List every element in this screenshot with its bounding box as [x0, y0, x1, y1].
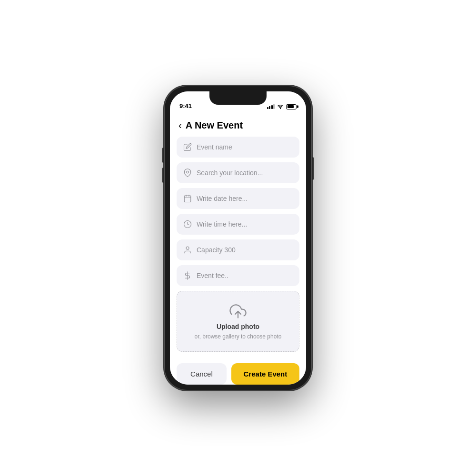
edit-icon [183, 143, 192, 151]
capacity-placeholder: Capacity 300 [197, 246, 236, 254]
phone-device: 9:41 ‹ A Ne [164, 86, 312, 390]
cancel-button[interactable]: Cancel [177, 363, 227, 385]
location-field[interactable]: Search your location... [177, 162, 299, 183]
upload-title: Upload photo [217, 323, 259, 330]
svg-point-7 [186, 247, 189, 249]
main-content: ‹ A New Event Event name Search y [170, 112, 306, 385]
create-event-button[interactable]: Create Event [231, 363, 299, 385]
dollar-icon [183, 271, 192, 280]
upload-icon [229, 303, 247, 320]
event-name-placeholder: Event name [197, 143, 232, 151]
form-section: Event name Search your location... Write… [170, 137, 306, 286]
vol-down-button [162, 168, 164, 183]
svg-point-1 [187, 171, 189, 173]
power-button [312, 157, 314, 180]
status-bar: 9:41 [170, 91, 306, 112]
svg-rect-2 [184, 196, 191, 202]
fee-field[interactable]: Event fee.. [177, 265, 299, 286]
pin-icon [183, 169, 192, 177]
svg-point-0 [280, 109, 281, 109]
signal-icon [267, 104, 275, 109]
location-placeholder: Search your location... [197, 169, 263, 177]
action-bar: Cancel Create Event [170, 358, 306, 385]
time-field[interactable]: Write time here... [177, 214, 299, 235]
date-placeholder: Write date here... [197, 195, 248, 202]
status-icons [267, 104, 297, 109]
page-title: A New Event [186, 120, 243, 131]
date-field[interactable]: Write date here... [177, 188, 299, 209]
calendar-icon [183, 194, 192, 203]
vol-up-button [162, 148, 164, 163]
battery-icon [286, 104, 297, 109]
event-name-field[interactable]: Event name [177, 137, 299, 158]
phone-screen: 9:41 ‹ A Ne [170, 91, 306, 385]
fee-placeholder: Event fee.. [197, 272, 228, 279]
upload-area[interactable]: Upload photo or, browse gallery to choos… [177, 291, 299, 352]
time-placeholder: Write time here... [197, 220, 247, 228]
upload-subtitle: or, browse gallery to choose photo [195, 333, 282, 340]
back-button[interactable]: ‹ [178, 120, 182, 131]
capacity-field[interactable]: Capacity 300 [177, 239, 299, 260]
notch [209, 91, 267, 105]
person-icon [183, 246, 192, 254]
clock-icon [183, 220, 192, 228]
wifi-icon [277, 104, 284, 109]
status-time: 9:41 [179, 102, 192, 109]
page-header: ‹ A New Event [170, 112, 306, 137]
